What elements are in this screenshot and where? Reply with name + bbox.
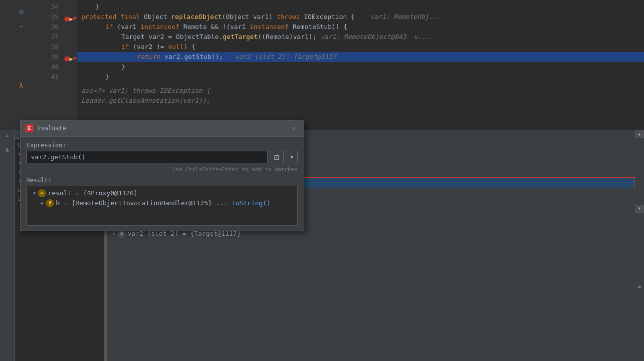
dialog-close-button[interactable]: × <box>289 123 299 133</box>
dialog-body: Expression: ⊡ ▼ Use Ctrl+Shift+Enter to … <box>20 137 304 231</box>
bookmark-39: ♥ <box>73 54 76 64</box>
expression-input[interactable] <box>26 151 268 163</box>
breakpoint-35[interactable] <box>64 16 69 21</box>
debug-btn-1[interactable]: ∞ <box>634 281 644 292</box>
evaluate-dialog: E Evaluate × Expression: ⊡ ▼ Use Ctrl+Sh… <box>20 120 304 231</box>
dropdown-button[interactable]: ▼ <box>286 151 298 163</box>
code-line-41: } <box>77 72 644 82</box>
expression-label: Expression: <box>26 142 298 149</box>
result-label: Result: <box>26 177 298 184</box>
result-child-label: h = {RemoteObjectInvocationHandler@1125} <box>56 198 216 208</box>
editor-area: ⚙ − λ 34 35 36 37 38 39 40 41 ▶ ♥ ▶ ♥ <box>0 0 644 130</box>
code-line-40: } <box>77 62 644 72</box>
code-line-38: if (var2 != null) { <box>77 42 644 52</box>
arrow-39: ▶ <box>69 54 73 64</box>
left-sidebar: ⚙ − λ <box>0 0 42 130</box>
breakpoint-39[interactable] <box>64 56 69 61</box>
line-numbers: 34 35 36 37 38 39 40 41 <box>42 0 62 130</box>
result-child-link[interactable]: ... toString() <box>216 198 271 208</box>
arrow-35: ▶ <box>69 14 73 24</box>
hint-text: Use Ctrl+Shift+Enter to add to Watches <box>26 166 298 173</box>
code-line-extra1: ass<?> var1) throws IOException { <box>77 86 644 96</box>
expand-icon-child[interactable]: ▶ <box>39 200 46 207</box>
expand-icon-result[interactable]: ▼ <box>31 190 38 197</box>
type-icon-child: f <box>46 199 54 207</box>
left-panel: ⌃ λ <box>0 130 15 361</box>
code-line-extra2: Loader.getClassAnnotation(var1)); <box>77 96 644 106</box>
code-line-39: return var2.getStub(); var2 (slot_2): Ta… <box>77 52 644 62</box>
scroll-area: ▲ ▼ ∞ <box>635 130 644 361</box>
expand-var2[interactable]: ▶ <box>111 230 118 237</box>
lambda-icon[interactable]: λ <box>16 80 27 91</box>
scroll-up[interactable]: ▲ <box>635 130 644 138</box>
left-panel-icon-2[interactable]: λ <box>2 145 13 156</box>
expression-input-row: ⊡ ▼ <box>26 151 298 163</box>
result-tree: ▼ ∞ result = {$Proxy0@1120} ▶ f h = {Rem… <box>26 186 298 226</box>
bookmark-35: ♥ <box>73 14 76 24</box>
left-panel-icon-1[interactable]: ⌃ <box>2 132 13 143</box>
expand-button[interactable]: ⊡ <box>270 151 284 163</box>
result-child-row[interactable]: ▶ f h = {RemoteObjectInvocationHandler@1… <box>29 198 295 208</box>
dialog-titlebar[interactable]: E Evaluate × <box>20 120 304 137</box>
code-line-34: } <box>77 2 644 12</box>
result-root-row[interactable]: ▼ ∞ result = {$Proxy0@1120} <box>29 188 295 198</box>
code-line-36: if (var1 instanceof Remote && !(var1 ins… <box>77 22 644 32</box>
minus-icon[interactable]: − <box>16 21 27 32</box>
gear-icon[interactable]: ⚙ <box>16 6 27 17</box>
code-line-37: Target var2 = ObjectTable.getTarget((Rem… <box>77 32 644 42</box>
type-icon-result: ∞ <box>38 189 46 197</box>
result-root-label: result = {$Proxy0@1120} <box>48 188 138 198</box>
scroll-down[interactable]: ▼ <box>635 205 644 213</box>
code-editor[interactable]: } protected final Object replaceObject(O… <box>77 0 644 130</box>
evaluate-dialog-icon: E <box>25 124 33 132</box>
code-line-35: protected final Object replaceObject(Obj… <box>77 12 644 22</box>
gutter-markers: ▶ ♥ ▶ ♥ <box>62 0 77 130</box>
dialog-title: Evaluate <box>37 125 289 132</box>
